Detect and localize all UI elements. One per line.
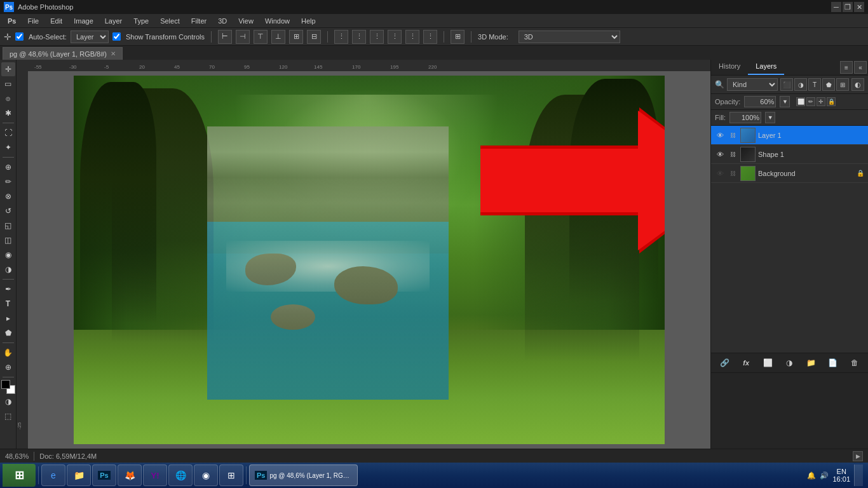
align-left-btn[interactable]: ⊢ (218, 30, 232, 44)
menu-help[interactable]: Help (296, 16, 321, 26)
eraser-tool[interactable]: ◱ (1, 219, 15, 233)
filter-kind-select[interactable]: Kind (727, 78, 778, 91)
menu-layer[interactable]: Layer (100, 16, 128, 26)
fill-dropdown-btn[interactable]: ▼ (765, 112, 775, 123)
lock-all-btn[interactable]: 🔒 (827, 97, 836, 106)
restore-button[interactable]: ❐ (843, 2, 853, 12)
filter-pixel-btn[interactable]: ⬛ (780, 78, 793, 91)
menu-image[interactable]: Image (69, 16, 98, 26)
layer-visibility-2[interactable]: 👁 (715, 149, 725, 159)
filter-adjustment-btn[interactable]: ◑ (794, 78, 807, 91)
taskbar-ps-btn[interactable]: Ps (92, 464, 116, 486)
crop-tool[interactable]: ⛶ (1, 126, 15, 140)
magic-wand-tool[interactable]: ✱ (1, 106, 15, 120)
menu-select[interactable]: Select (155, 16, 185, 26)
menu-ps[interactable]: Ps (3, 16, 21, 26)
distribute-bottom-btn[interactable]: ⋮ (423, 30, 437, 44)
distribute-top-btn[interactable]: ⋮ (388, 30, 402, 44)
lock-move-btn[interactable]: ✛ (817, 97, 825, 106)
distribute-center-v-btn[interactable]: ⋮ (405, 30, 419, 44)
add-fx-btn[interactable]: fx (739, 356, 753, 370)
gradient-tool[interactable]: ◫ (1, 233, 15, 247)
document-tab-close[interactable]: ✕ (111, 50, 116, 57)
lock-paint-btn[interactable]: ✏ (806, 97, 815, 106)
dodge-tool[interactable]: ◑ (1, 262, 15, 276)
brush-tool[interactable]: ✏ (1, 175, 15, 189)
minimize-button[interactable]: ─ (831, 2, 841, 12)
panel-menu-btn[interactable]: ≡ (840, 61, 853, 74)
text-tool[interactable]: T (1, 297, 15, 311)
show-desktop-btn[interactable] (854, 464, 863, 486)
taskbar-firefox-btn[interactable]: 🦊 (118, 464, 142, 486)
new-layer-btn[interactable]: 📄 (826, 356, 840, 370)
lock-transparent-btn[interactable]: ⬜ (796, 97, 805, 106)
menu-type[interactable]: Type (128, 16, 154, 26)
align-right-btn[interactable]: ⊤ (254, 30, 268, 44)
move-tool[interactable]: ✛ (1, 62, 15, 76)
new-group-btn[interactable]: 📁 (804, 356, 818, 370)
foreground-bg-colors[interactable] (1, 380, 15, 394)
taskbar-ie-btn[interactable]: e (41, 464, 65, 486)
fill-input[interactable] (729, 112, 761, 123)
filter-shape-btn[interactable]: ⬟ (822, 78, 835, 91)
align-top-btn[interactable]: ⊥ (271, 30, 285, 44)
3d-mode-dropdown[interactable]: 3D (519, 30, 620, 43)
auto-select-dropdown[interactable]: Layer Group (71, 30, 109, 43)
taskbar-volume-icon[interactable]: 🔊 (820, 471, 829, 480)
opacity-input[interactable] (744, 96, 776, 107)
opacity-dropdown-btn[interactable]: ▼ (780, 96, 790, 107)
new-adjustment-btn[interactable]: ◑ (782, 356, 796, 370)
close-button[interactable]: ✕ (854, 2, 864, 12)
canvas-image[interactable] (74, 76, 665, 444)
menu-filter[interactable]: Filter (186, 16, 212, 26)
align-bottom-btn[interactable]: ⊟ (307, 30, 321, 44)
taskbar-chrome-btn[interactable]: 🌐 (168, 464, 193, 486)
tab-history[interactable]: History (711, 60, 748, 75)
title-bar-controls[interactable]: ─ ❐ ✕ (831, 2, 864, 12)
panel-collapse-btn[interactable]: « (854, 61, 867, 74)
blur-tool[interactable]: ◉ (1, 248, 15, 262)
layer-visibility-3[interactable]: 👁 (715, 168, 725, 179)
history-brush-tool[interactable]: ↺ (1, 204, 15, 218)
document-tab[interactable]: pg @ 48,6% (Layer 1, RGB/8#) ✕ (3, 47, 123, 60)
taskbar-notify-icon[interactable]: 🔔 (807, 471, 816, 480)
pen-tool[interactable]: ✒ (1, 282, 15, 296)
taskbar-explorer-btn[interactable]: 📁 (67, 464, 91, 486)
lasso-tool[interactable]: ⌾ (1, 92, 15, 105)
status-arrow-btn[interactable]: ▶ (853, 451, 863, 461)
heal-tool[interactable]: ⊕ (1, 160, 15, 174)
distribute-right-btn[interactable]: ⋮ (370, 30, 384, 44)
menu-3d[interactable]: 3D (213, 16, 232, 26)
menu-window[interactable]: Window (260, 16, 295, 26)
shape-tool[interactable]: ⬟ (1, 326, 15, 340)
taskbar-active-app-btn[interactable]: Ps pg @ 48,6% (Layer 1, RGB/8#) (249, 464, 358, 486)
hand-tool[interactable]: ✋ (1, 346, 15, 360)
menu-view[interactable]: View (233, 16, 259, 26)
marquee-tool[interactable]: ▭ (1, 77, 15, 91)
clone-tool[interactable]: ⊗ (1, 189, 15, 203)
path-select-tool[interactable]: ▸ (1, 311, 15, 325)
filter-smartobject-btn[interactable]: ⊞ (836, 78, 849, 91)
link-layers-btn[interactable]: 🔗 (717, 356, 731, 370)
layer-visibility-1[interactable]: 👁 (715, 130, 725, 140)
eyedropper-tool[interactable]: ✦ (1, 140, 15, 154)
filter-type-btn[interactable]: T (808, 78, 821, 91)
auto-select-checkbox[interactable] (15, 32, 24, 41)
taskbar-windows-btn[interactable]: ⊞ (219, 464, 243, 486)
distribute-center-h-btn[interactable]: ⋮ (352, 30, 366, 44)
add-mask-btn[interactable]: ⬜ (761, 356, 775, 370)
taskbar-chrome2-btn[interactable]: ◉ (194, 464, 218, 486)
layer-item-3[interactable]: 👁 ⛓ Background 🔒 (711, 164, 868, 183)
zoom-tool[interactable]: ⊕ (1, 360, 15, 374)
distribute-left-btn[interactable]: ⋮ (334, 30, 348, 44)
layer-item-2[interactable]: 👁 ⛓ Shape 1 (711, 145, 868, 164)
auto-align-btn[interactable]: ⊞ (451, 30, 465, 44)
delete-layer-btn[interactable]: 🗑 (848, 356, 862, 370)
taskbar-yahoo-btn[interactable]: Y! (143, 464, 167, 486)
canvas-content[interactable] (28, 71, 710, 449)
foreground-color-swatch[interactable] (1, 380, 10, 389)
mask-mode-btn[interactable]: ◑ (1, 395, 15, 409)
menu-edit[interactable]: Edit (45, 16, 67, 26)
menu-file[interactable]: File (22, 16, 44, 26)
align-center-v-btn[interactable]: ⊞ (289, 30, 303, 44)
